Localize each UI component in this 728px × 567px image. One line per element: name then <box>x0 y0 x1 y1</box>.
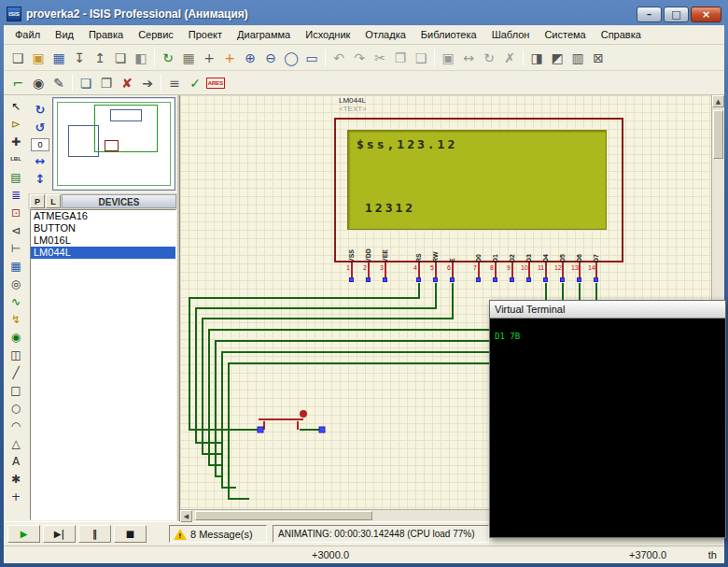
paste-button[interactable]: ❑ <box>411 48 431 68</box>
mirror-horizontal-button[interactable]: ↔ <box>32 154 49 169</box>
graph-mode-button[interactable]: ▦ <box>7 257 26 275</box>
minimize-button[interactable]: – <box>637 7 662 22</box>
scroll-up-arrow[interactable]: ▲ <box>712 95 724 107</box>
virtual-instruments-mode-button[interactable]: ◫ <box>7 346 26 363</box>
pick-device-button[interactable]: ◨ <box>526 48 547 68</box>
virtual-terminal-screen[interactable]: D1 7B <box>490 319 725 537</box>
redo-button[interactable]: ↷ <box>349 48 370 68</box>
title-bar[interactable]: ISIS proverka2 - ISIS Professional (Аним… <box>4 3 724 25</box>
cut-button[interactable]: ✂ <box>370 48 390 68</box>
design-explorer-button[interactable]: ❏ <box>76 73 96 93</box>
export-section-button[interactable]: ↥ <box>90 48 110 68</box>
electrical-rules-check-button[interactable]: ✓ <box>185 73 205 93</box>
device-item-lm016l[interactable]: LM016L <box>31 234 175 247</box>
netlist-to-ares-button[interactable]: ARES <box>205 73 226 93</box>
block-delete-button[interactable]: ✗ <box>499 48 520 68</box>
wire-autorouter-button[interactable]: ⌐ <box>7 73 28 93</box>
wire-label-mode-button[interactable]: LBL <box>7 150 26 168</box>
pick-devices-button[interactable]: P <box>30 194 45 208</box>
menu-item-3[interactable]: Сервис <box>131 27 181 42</box>
new-file-button[interactable]: ❑ <box>7 48 28 68</box>
undo-button[interactable]: ↶ <box>329 48 349 68</box>
menu-item-6[interactable]: Исходник <box>298 27 357 42</box>
2d-text-mode-button[interactable]: A <box>7 452 26 470</box>
device-item-button[interactable]: BUTTON <box>31 222 175 234</box>
scroll-left-arrow[interactable]: ◀ <box>180 510 192 522</box>
overview-panel[interactable] <box>52 97 175 191</box>
zoom-area-button[interactable]: ▭ <box>301 48 322 68</box>
menu-item-4[interactable]: Проект <box>181 27 230 42</box>
false-origin-button[interactable]: + <box>199 48 219 68</box>
virtual-terminal-window[interactable]: Virtual Terminal D1 7B <box>489 300 726 538</box>
selection-mode-button[interactable]: ↖ <box>7 97 26 115</box>
zoom-out-button[interactable]: ⊖ <box>260 48 281 68</box>
decompose-button[interactable]: ⊠ <box>588 48 609 68</box>
virtual-terminal-titlebar[interactable]: Virtual Terminal <box>490 301 725 319</box>
new-sheet-button[interactable]: ❐ <box>96 73 117 93</box>
redraw-button[interactable]: ↻ <box>158 48 178 68</box>
menu-item-1[interactable]: Вид <box>48 27 81 42</box>
save-file-button[interactable]: ▦ <box>49 48 69 68</box>
import-section-button[interactable]: ↧ <box>69 48 90 68</box>
search-tag-button[interactable]: ◉ <box>28 73 49 93</box>
current-probe-mode-button[interactable]: ◉ <box>7 328 26 346</box>
print-button[interactable]: ❏ <box>110 48 131 68</box>
message-panel[interactable]: ! 8 Message(s) <box>169 525 267 543</box>
text-script-mode-button[interactable]: ▤ <box>7 168 26 186</box>
block-move-button[interactable]: ↔ <box>458 48 479 68</box>
cursor-origin-button[interactable]: + <box>219 48 240 68</box>
terminal-mode-button[interactable]: ⊲ <box>7 221 26 239</box>
mirror-vertical-button[interactable]: ↕ <box>32 172 49 187</box>
2d-path-mode-button[interactable]: △ <box>7 434 26 452</box>
2d-arc-mode-button[interactable]: ◠ <box>7 417 26 434</box>
voltage-probe-mode-button[interactable]: ↯ <box>7 310 26 328</box>
vertical-scroll-thumb[interactable] <box>713 110 723 159</box>
tape-recorder-mode-button[interactable]: ◎ <box>7 275 26 292</box>
2d-circle-mode-button[interactable]: ○ <box>7 399 26 417</box>
component-mode-button[interactable]: ⊳ <box>7 115 26 133</box>
junction-dot-mode-button[interactable]: ✚ <box>7 133 26 150</box>
open-file-button[interactable]: ▣ <box>28 48 49 68</box>
property-assignment-button[interactable]: ✎ <box>49 73 69 93</box>
bill-of-materials-button[interactable]: ≡ <box>164 73 185 93</box>
menu-item-2[interactable]: Правка <box>81 27 131 42</box>
horizontal-scroll-thumb[interactable] <box>195 511 372 520</box>
block-copy-button[interactable]: ▣ <box>438 48 458 68</box>
zoom-all-button[interactable]: ◯ <box>281 48 301 68</box>
device-pin-mode-button[interactable]: ⊢ <box>7 239 26 257</box>
menu-item-10[interactable]: Система <box>537 27 593 42</box>
step-button[interactable]: ▶| <box>43 525 76 543</box>
copy-button[interactable]: ❐ <box>390 48 411 68</box>
device-item-atmega16[interactable]: ATMEGA16 <box>31 210 175 222</box>
maximize-button[interactable]: □ <box>664 7 689 22</box>
library-manager-button[interactable]: L <box>46 194 61 208</box>
menu-item-0[interactable]: Файл <box>7 27 48 42</box>
play-button[interactable]: ▶ <box>7 525 40 543</box>
rotate-clockwise-button[interactable]: ↻ <box>32 103 49 118</box>
make-device-button[interactable]: ◩ <box>547 48 567 68</box>
zoom-in-button[interactable]: ⊕ <box>240 48 260 68</box>
block-rotate-button[interactable]: ↻ <box>479 48 499 68</box>
menu-item-7[interactable]: Отладка <box>357 27 413 42</box>
2d-line-mode-button[interactable]: ╱ <box>7 363 26 381</box>
2d-symbol-mode-button[interactable]: ✱ <box>7 470 26 488</box>
grid-toggle-button[interactable]: ▦ <box>178 48 199 68</box>
close-button[interactable]: × <box>691 7 721 22</box>
subcircuit-mode-button[interactable]: ⊡ <box>7 204 26 221</box>
device-item-lm044l[interactable]: LM044L <box>31 247 175 259</box>
bus-mode-button[interactable]: ≣ <box>7 186 26 204</box>
packaging-tool-button[interactable]: ▥ <box>567 48 588 68</box>
goto-sheet-button[interactable]: ➔ <box>137 73 158 93</box>
rotation-angle-input[interactable] <box>31 138 49 151</box>
rotate-anticlockwise-button[interactable]: ↺ <box>32 120 49 135</box>
pause-button[interactable]: ‖ <box>78 525 111 543</box>
stop-button[interactable]: ■ <box>114 525 147 543</box>
menu-item-5[interactable]: Диаграмма <box>230 27 298 42</box>
generator-mode-button[interactable]: ∿ <box>7 292 26 310</box>
2d-box-mode-button[interactable]: □ <box>7 381 26 399</box>
marker-mode-button[interactable]: + <box>7 488 26 505</box>
menu-item-11[interactable]: Справка <box>594 27 649 42</box>
menu-item-8[interactable]: Библиотека <box>413 27 484 42</box>
mark-output-area-button[interactable]: ◧ <box>131 48 151 68</box>
menu-item-9[interactable]: Шаблон <box>484 27 538 42</box>
